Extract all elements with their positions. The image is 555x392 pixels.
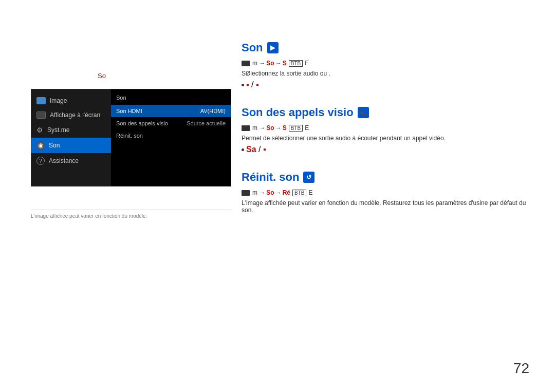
footnote-section: L'image affichée peut varier en fonction… [31, 210, 231, 219]
tv-content-item-hdmi[interactable]: Son HDMI AV(HDMI) [111, 105, 231, 117]
page-number: 72 [513, 360, 529, 377]
son-icon: ◉ [36, 141, 45, 150]
menu-icon-3 [242, 190, 250, 196]
nav-s-1: S [283, 60, 287, 67]
tv-content: Son Son HDMI AV(HDMI) Son des appels vis… [111, 89, 231, 186]
small-so-label: So [98, 72, 236, 80]
image-icon [36, 97, 46, 104]
tv-content-item-reinit[interactable]: Réinit. son [111, 129, 231, 142]
nav-so-3: So [266, 189, 274, 196]
sound-icon: ▶ [267, 42, 279, 53]
left-panel: So Image Affichage à l'écran ⚙ Syst.me ◉… [31, 72, 236, 186]
nav-m-3: m → [252, 189, 265, 196]
sidebar-item-assistance[interactable]: ? Assistance [31, 153, 111, 169]
tv-item-value-appels: Source actuelle [187, 120, 226, 126]
gear-icon: ⚙ [36, 126, 43, 134]
nav-arrow-2: → [275, 124, 282, 132]
sidebar-label-assistance: Assistance [49, 157, 79, 164]
bullet-item-1: ▪ / ▪ [242, 80, 534, 89]
nav-path-2: m → So → S BTB E [242, 124, 534, 132]
nav-m-1: m → [252, 60, 265, 67]
nav-path-3: m → So → Ré BTB E [242, 189, 534, 196]
nav-arrow-1: → [275, 60, 282, 67]
section-title-appels: Son des appels visio 📞 [242, 106, 534, 119]
tv-content-item-appels[interactable]: Son des appels visio Source actuelle [111, 117, 231, 129]
sidebar-item-son[interactable]: ◉ Son [31, 138, 111, 153]
nav-btb-box-1: BTB [289, 60, 303, 67]
bullet-text-1: ▪ / ▪ [246, 80, 259, 89]
section-desc-2: Permet de sélectionner une sortie audio … [242, 135, 534, 142]
nav-btb-box-3: BTB [292, 190, 306, 196]
nav-e-3: E [308, 189, 312, 196]
section-title-text-1: Son [242, 41, 263, 54]
sidebar-item-systeme[interactable]: ⚙ Syst.me [31, 122, 111, 138]
menu-icon-1 [242, 61, 250, 66]
nav-e-2: E [305, 124, 309, 132]
section-son-appels: Son des appels visio 📞 m → So → S BTB E … [242, 106, 534, 154]
sidebar-label-systeme: Syst.me [47, 126, 69, 134]
section-reinit: Réinit. son ↺ m → So → Ré BTB E L'image … [242, 171, 534, 214]
tv-item-label-appels: Son des appels visio [116, 120, 168, 126]
footnote-text: L'image affichée peut varier en fonction… [31, 213, 231, 219]
sidebar-label-affichage: Affichage à l'écran [50, 111, 100, 119]
question-icon: ? [36, 157, 45, 165]
nav-re-3: Ré [283, 189, 290, 196]
nav-so-1: So [266, 60, 274, 67]
section-desc-1: SØlectionnez la sortie audio ou . [242, 70, 534, 77]
bullet-item-2: Sa / ▪ [242, 145, 534, 154]
menu-icon-2 [242, 125, 250, 131]
nav-e-1: E [305, 60, 309, 67]
sidebar-item-image[interactable]: Image [31, 94, 111, 108]
tv-item-value-hdmi: AV(HDMI) [200, 108, 226, 114]
right-panel: Son ▶ m → So → S BTB E SØlectionnez la s… [242, 41, 534, 230]
section-son-hdmi: Son ▶ m → So → S BTB E SØlectionnez la s… [242, 41, 534, 89]
bullet-dot-2 [242, 148, 244, 151]
nav-path-1: m → So → S BTB E [242, 60, 534, 67]
section-title-text-2: Son des appels visio [242, 106, 354, 119]
section-desc-3: L'image affichée peut varier en fonction… [242, 199, 534, 214]
affichage-icon [36, 111, 46, 119]
nav-so-2: So [266, 124, 274, 132]
tv-item-label-hdmi: Son HDMI [116, 108, 142, 114]
sidebar-label-son: Son [49, 142, 60, 149]
bullet-text-2: Sa / ▪ [246, 145, 266, 154]
nav-arrow-3: → [275, 189, 282, 196]
nav-m-2: m → [252, 124, 265, 132]
reinit-icon: ↺ [303, 172, 314, 183]
section-title-text-3: Réinit. son [242, 171, 299, 184]
tv-content-header: Son [111, 92, 231, 105]
section-title-reinit: Réinit. son ↺ [242, 171, 534, 184]
tv-sidebar: Image Affichage à l'écran ⚙ Syst.me ◉ So… [31, 89, 111, 186]
sidebar-label-image: Image [50, 97, 67, 104]
call-icon: 📞 [358, 107, 369, 118]
tv-item-label-reinit: Réinit. son [116, 133, 143, 139]
nav-s-2: S [283, 124, 287, 132]
nav-btb-box-2: BTB [289, 125, 303, 132]
section-title-son-hdmi: Son ▶ [242, 41, 534, 54]
sidebar-item-affichage[interactable]: Affichage à l'écran [31, 108, 111, 122]
tv-menu: Image Affichage à l'écran ⚙ Syst.me ◉ So… [31, 89, 231, 186]
bullet-dot-1 [242, 84, 244, 86]
